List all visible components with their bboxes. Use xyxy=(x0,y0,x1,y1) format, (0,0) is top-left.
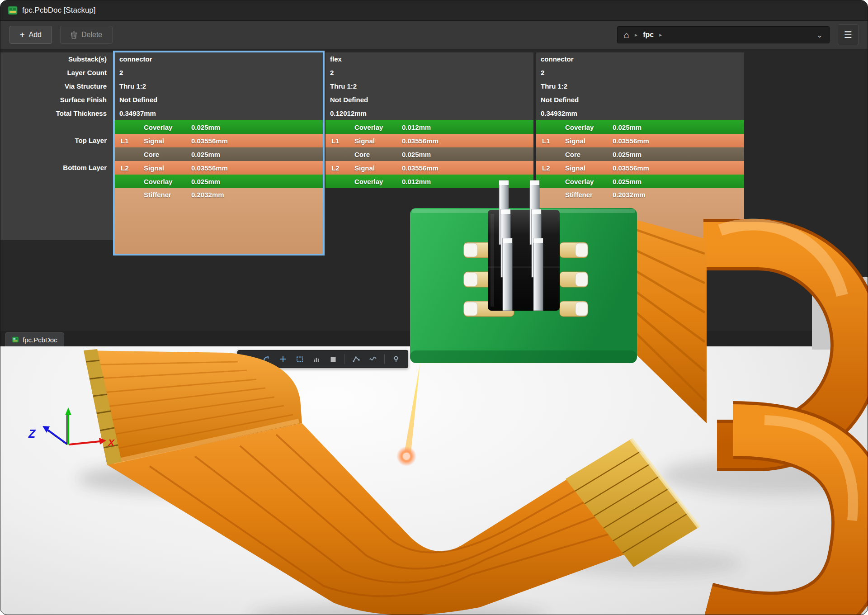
substack-column-flex[interactable]: flex2Thru 1:2Not Defined0.12012mmCoverla… xyxy=(326,52,533,254)
substack-info-value: 0.34932mm xyxy=(536,107,744,120)
stackup-row-label xyxy=(0,120,115,134)
layer-row-coverlay[interactable]: Coverlay0.012mm xyxy=(326,120,533,134)
view-toolbar xyxy=(237,350,408,368)
pcb-3d-viewport[interactable] xyxy=(0,346,868,615)
substack-column-connector[interactable]: connector2Thru 1:2Not Defined0.34937mmCo… xyxy=(115,52,323,254)
add-button[interactable]: + Add xyxy=(9,26,52,44)
select-area-icon[interactable] xyxy=(292,352,307,366)
layer-row-core[interactable]: Core0.025mm xyxy=(536,147,744,161)
layer-name: Stiffener xyxy=(144,188,191,202)
toolbar-separator xyxy=(384,354,385,364)
layer-thickness: 0.03556mm xyxy=(402,164,533,172)
substack-columns: connector2Thru 1:2Not Defined0.34937mmCo… xyxy=(115,52,744,254)
cross-cursor-icon[interactable] xyxy=(276,352,290,366)
stackup-row-label xyxy=(0,175,115,188)
net-path-icon[interactable] xyxy=(349,352,363,366)
layer-row-coverlay[interactable]: Coverlay0.025mm xyxy=(536,175,744,188)
layer-row-stiffener[interactable]: Stiffener0.2032mm xyxy=(536,188,744,254)
substack-info-value: 2 xyxy=(326,66,533,80)
layer-row-coverlay[interactable]: Coverlay0.025mm xyxy=(536,120,744,134)
substack-info-value: Thru 1:2 xyxy=(326,80,533,93)
substack-info-value: 2 xyxy=(536,66,744,80)
layer-name: Signal xyxy=(354,164,402,172)
layer-row-signal[interactable]: L1Signal0.03556mm xyxy=(536,134,744,147)
substack-info-value: 2 xyxy=(115,66,323,80)
layer-thickness: 0.2032mm xyxy=(613,188,744,202)
delete-button[interactable]: Delete xyxy=(60,26,113,44)
layer-row-coverlay[interactable]: Coverlay0.025mm xyxy=(115,120,323,134)
layer-thickness: 0.012mm xyxy=(402,123,533,131)
layer-prefix: L1 xyxy=(542,137,565,145)
layer-thickness: 0.012mm xyxy=(402,178,533,185)
layer-thickness: 0.03556mm xyxy=(191,137,323,145)
layer-thickness: 0.03556mm xyxy=(613,137,744,145)
stackup-row-label xyxy=(0,188,115,202)
wave-icon[interactable] xyxy=(366,352,380,366)
plus-icon: + xyxy=(20,31,25,39)
layer-row-core[interactable]: Core0.025mm xyxy=(326,147,533,161)
layer-row-signal[interactable]: L2Signal0.03556mm xyxy=(326,161,533,175)
layer-name: Core xyxy=(565,151,613,158)
layer-name: Coverlay xyxy=(144,123,191,131)
home-icon[interactable]: ⌂ xyxy=(624,30,629,39)
layer-row-signal[interactable]: L1Signal0.03556mm xyxy=(115,134,323,147)
stackup-row-label: Via Structure xyxy=(0,80,115,93)
layer-thickness: 0.025mm xyxy=(191,123,323,131)
layer-row-signal[interactable]: L2Signal0.03556mm xyxy=(536,161,744,175)
layer-thickness: 0.025mm xyxy=(191,151,323,158)
stackup-toolbar: + Add Delete ⌂ ▸ fpc ▸ ⌄ ☰ xyxy=(0,21,868,49)
substack-info-value: Thru 1:2 xyxy=(115,80,323,93)
layer-name: Core xyxy=(144,151,191,158)
layer-row-signal[interactable]: L1Signal0.03556mm xyxy=(326,134,533,147)
menu-button[interactable]: ☰ xyxy=(838,24,859,45)
layer-thickness: 0.025mm xyxy=(613,178,744,185)
layer-row-signal[interactable]: L2Signal0.03556mm xyxy=(115,161,323,175)
layer-prefix: L2 xyxy=(331,164,354,172)
pcb-doc-icon xyxy=(8,5,18,15)
measure-arc-icon[interactable] xyxy=(259,352,274,366)
chevron-down-icon[interactable]: ⌄ xyxy=(816,30,823,40)
breadcrumb-item-fpc[interactable]: fpc xyxy=(643,31,654,39)
text-tool-icon[interactable] xyxy=(242,352,257,366)
layer-name: Coverlay xyxy=(354,178,402,185)
layer-row-coverlay[interactable]: Coverlay0.012mm xyxy=(326,175,533,188)
layer-thickness: 0.03556mm xyxy=(402,137,533,145)
layer-row-stiffener[interactable]: Stiffener0.2032mm xyxy=(115,188,323,254)
layer-name: Coverlay xyxy=(144,178,191,185)
title-bar[interactable]: fpc.PcbDoc [Stackup] xyxy=(0,0,868,21)
tab-label: fpc.PcbDoc xyxy=(23,336,57,344)
probe-icon[interactable] xyxy=(389,352,403,366)
substack-info-value: 0.12012mm xyxy=(326,107,533,120)
layer-name: Coverlay xyxy=(565,178,613,185)
layer-name: Signal xyxy=(565,137,613,145)
stackup-row-label: Surface Finish xyxy=(0,93,115,107)
substack-info-value: 0.34937mm xyxy=(115,107,323,120)
layer-name: Core xyxy=(354,151,402,158)
board-insight-icon[interactable] xyxy=(326,352,340,366)
breadcrumb[interactable]: ⌂ ▸ fpc ▸ ⌄ xyxy=(617,26,830,43)
layer-name: Signal xyxy=(144,164,191,172)
layer-row-core[interactable]: Core0.025mm xyxy=(115,147,323,161)
substack-info-value: Not Defined xyxy=(115,93,323,107)
pcb-tab-icon xyxy=(12,336,19,343)
substack-column-connector[interactable]: connector2Thru 1:2Not Defined0.34932mmCo… xyxy=(536,52,744,254)
stackup-table: Substack(s)Layer CountVia StructureSurfa… xyxy=(0,49,868,331)
app-window: fpc.PcbDoc [Stackup] + Add Delete ⌂ ▸ fp… xyxy=(0,0,868,615)
layer-thickness: 0.2032mm xyxy=(191,188,323,202)
chevron-right-icon: ▸ xyxy=(635,32,637,38)
stackup-panel: + Add Delete ⌂ ▸ fpc ▸ ⌄ ☰ xyxy=(0,21,868,346)
stackup-row-label xyxy=(0,147,115,161)
layer-name: Stiffener xyxy=(565,188,613,202)
layer-thickness: 0.025mm xyxy=(191,178,323,185)
stackup-row-label: Top Layer xyxy=(0,134,115,147)
histogram-icon[interactable] xyxy=(309,352,324,366)
layer-prefix: L1 xyxy=(331,137,354,145)
substack-info-value: connector xyxy=(115,52,323,66)
substack-info-value: flex xyxy=(326,52,533,66)
layer-row-coverlay[interactable]: Coverlay0.025mm xyxy=(115,175,323,188)
layer-name: Signal xyxy=(144,137,191,145)
layer-thickness: 0.025mm xyxy=(613,123,744,131)
substack-info-value: Not Defined xyxy=(326,93,533,107)
tab-fpc-pcbdoc[interactable]: fpc.PcbDoc xyxy=(5,332,64,346)
layer-thickness: 0.025mm xyxy=(402,151,533,158)
